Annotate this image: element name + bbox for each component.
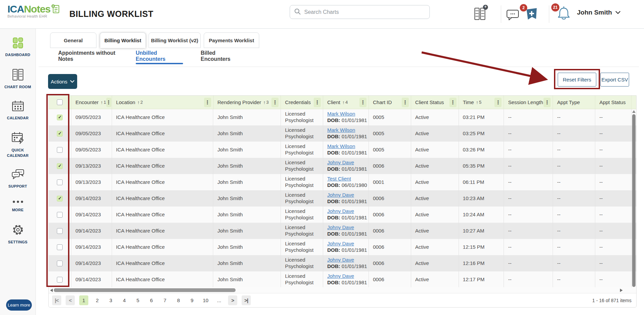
sidebar-item-dashboard[interactable]: DASHBOARD — [0, 37, 36, 58]
tab-billing-worklist-v2-[interactable]: Billing Worklist (v2) — [149, 32, 201, 48]
sidebar-item-chart-room[interactable]: CHART ROOM — [0, 68, 36, 90]
row-checkbox[interactable] — [57, 261, 63, 266]
row-select-cell — [49, 271, 71, 287]
vertical-scrollbar[interactable] — [632, 110, 636, 287]
column-header-appt-type[interactable]: Appt Type — [553, 96, 595, 109]
page-button-7[interactable]: 7 — [160, 295, 170, 305]
more-pages-button[interactable]: ... — [215, 295, 224, 305]
client-link[interactable]: Johny Dave — [327, 160, 354, 166]
appt-type-cell: -- — [553, 223, 595, 239]
row-checkbox[interactable]: ✓ — [57, 163, 63, 169]
column-header-chart-id[interactable]: Chart ID⋮ — [369, 96, 411, 109]
row-checkbox[interactable] — [57, 277, 63, 283]
scroll-up-arrow-icon[interactable] — [632, 110, 636, 113]
tab-general[interactable]: General — [50, 32, 96, 48]
chart-room-quick-icon[interactable]: + — [474, 7, 486, 22]
row-checkbox[interactable] — [57, 212, 63, 218]
client-link[interactable]: Johny Dave — [327, 241, 354, 247]
page-button-1[interactable]: 1 — [79, 295, 88, 305]
client-link[interactable]: Mark Wilson — [327, 111, 355, 117]
row-checkbox[interactable] — [57, 244, 63, 250]
annotation-arrow — [418, 48, 554, 86]
last-page-button[interactable]: >| — [242, 295, 251, 305]
column-menu-icon[interactable]: ⋮ — [494, 98, 502, 107]
support-icon — [11, 169, 25, 181]
client-link[interactable]: Johny Dave — [327, 257, 354, 263]
sidebar-item-quick-calendar[interactable]: QUICKCALENDAR — [0, 131, 36, 159]
column-header-client[interactable]: Client↑4⋮ — [323, 96, 369, 109]
session-length-cell: -- — [504, 223, 553, 239]
page-button-2[interactable]: 2 — [93, 295, 102, 305]
app-logo[interactable]: ICANotes Behavioral Health EHR — [7, 3, 65, 18]
column-menu-icon[interactable]: ⋮ — [314, 98, 321, 107]
chat-bubble-icon[interactable] — [506, 9, 519, 21]
sidebar-item-support[interactable]: SUPPORT — [0, 169, 36, 189]
column-header-encounter[interactable]: Encounter↑1⋮ — [71, 96, 112, 109]
row-checkbox[interactable]: ✓ — [57, 131, 63, 137]
page-button-5[interactable]: 5 — [133, 295, 142, 305]
notifications-bell-icon[interactable]: 21 — [557, 6, 571, 22]
export-csv-button[interactable]: Export CSV — [600, 73, 629, 87]
appt-type-cell: -- — [553, 207, 595, 223]
search-charts-input[interactable] — [304, 9, 425, 15]
select-all-checkbox[interactable] — [57, 99, 63, 105]
previous-page-button[interactable]: < — [66, 295, 75, 305]
tab-billing-worklist[interactable]: Billing Worklist — [100, 32, 146, 48]
tab-payments-worklist[interactable]: Payments Worklist — [204, 32, 259, 48]
actions-button[interactable]: Actions — [48, 74, 77, 89]
column-header-provider[interactable]: Rendering Provider↑3⋮ — [214, 96, 281, 109]
client-link[interactable]: Johny Dave — [327, 208, 354, 215]
column-menu-icon[interactable]: ⋮ — [359, 98, 367, 107]
column-header-location[interactable]: Location↑2⋮ — [112, 96, 214, 109]
user-menu[interactable]: John Smith — [577, 9, 621, 16]
client-link[interactable]: Johny Dave — [327, 192, 354, 198]
column-menu-icon[interactable]: ⋮ — [271, 98, 279, 107]
client-link[interactable]: Johny Dave — [327, 224, 354, 231]
new-message-icon[interactable]: 2 — [524, 7, 538, 22]
column-menu-icon[interactable]: ⋮ — [449, 98, 457, 107]
page-button-4[interactable]: 4 — [120, 295, 129, 305]
client-link[interactable]: Mark Wilson — [327, 127, 355, 134]
row-checkbox[interactable] — [57, 147, 63, 153]
subtab-unbilled-encounters[interactable]: Unbilled Encounters — [136, 51, 183, 61]
client-link[interactable]: Mark Wilson — [327, 143, 355, 150]
column-menu-icon[interactable]: ⋮ — [543, 98, 551, 107]
page-button-6[interactable]: 6 — [147, 295, 156, 305]
column-header-client-status[interactable]: Client Status⋮ — [411, 96, 459, 109]
table-row: 09/14/2023ICA Healthcare OfficeJohn Smit… — [49, 239, 636, 255]
row-checkbox[interactable] — [57, 179, 63, 185]
learn-more-button[interactable]: Learn more — [6, 299, 32, 311]
column-header-appt-status[interactable]: Appt Status — [595, 96, 631, 109]
sidebar-item-more[interactable]: MORE — [0, 199, 36, 213]
page-button-10[interactable]: 10 — [201, 295, 210, 305]
sidebar-item-calendar[interactable]: CALENDAR — [0, 100, 36, 121]
subtab-billed-encounters[interactable]: Billed Encounters — [201, 51, 238, 61]
row-checkbox[interactable] — [57, 228, 63, 234]
reset-filters-button[interactable]: Reset Filters — [558, 73, 596, 87]
appt-type-cell: -- — [553, 142, 595, 158]
page-button-9[interactable]: 9 — [187, 295, 197, 305]
column-menu-icon[interactable]: ⋮ — [204, 98, 211, 107]
client-link[interactable]: Johny Dave — [327, 273, 354, 280]
subtab-appointments-without-notes[interactable]: Appointments without Notes — [58, 51, 119, 61]
page-button-3[interactable]: 3 — [106, 295, 115, 305]
next-page-button[interactable]: > — [228, 295, 237, 305]
first-page-button[interactable]: |< — [52, 295, 61, 305]
column-header-time[interactable]: Time↑5⋮ — [459, 96, 504, 109]
sidebar-item-settings[interactable]: SETTINGS — [0, 223, 36, 245]
horizontal-scrollbar[interactable] — [49, 287, 636, 293]
column-header-credentials[interactable]: Credentials⋮ — [281, 96, 323, 109]
column-menu-icon[interactable]: ⋮ — [106, 98, 111, 107]
subtab-divider — [39, 67, 639, 67]
column-menu-icon[interactable]: ⋮ — [402, 98, 409, 107]
client-link[interactable]: Test Client — [327, 176, 351, 182]
row-checkbox[interactable]: ✓ — [57, 196, 63, 201]
row-checkbox[interactable]: ✓ — [57, 115, 63, 120]
horizontal-scroll-thumb[interactable] — [54, 288, 236, 292]
scroll-left-arrow-icon[interactable] — [50, 289, 53, 292]
vertical-scroll-thumb[interactable] — [632, 114, 636, 287]
page-button-8[interactable]: 8 — [174, 295, 183, 305]
scroll-right-arrow-icon[interactable] — [620, 289, 623, 292]
column-header-select[interactable] — [49, 96, 71, 109]
column-header-session-length[interactable]: Session Length⋮ — [504, 96, 553, 109]
